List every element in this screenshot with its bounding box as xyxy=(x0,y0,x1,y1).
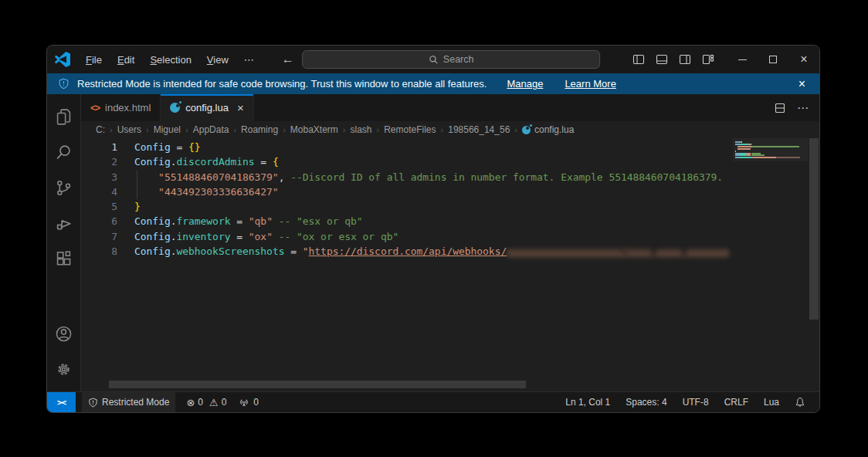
breadcrumb-separator-icon: › xyxy=(513,125,519,134)
minimap-line xyxy=(735,141,742,143)
toggle-panel-icon[interactable] xyxy=(656,53,668,66)
command-center-search[interactable]: Search xyxy=(302,50,600,69)
breadcrumb-separator-icon: › xyxy=(232,125,238,134)
remote-indicator[interactable]: >< xyxy=(47,392,76,412)
minimap-line xyxy=(735,157,800,158)
line-number[interactable]: 1 xyxy=(81,140,117,154)
breadcrumb-item[interactable]: Users xyxy=(116,124,143,135)
tab-bar: <>index.htmlconfig.lua× ⋯ xyxy=(81,94,819,121)
menu-view[interactable]: View xyxy=(201,52,235,68)
breadcrumb-item[interactable]: Miguel xyxy=(152,124,182,135)
code-line[interactable]: 1Config = {} xyxy=(81,140,733,154)
shield-status-icon xyxy=(88,398,98,408)
code-line[interactable]: 8Config.webhookScreenshots = "https://di… xyxy=(81,244,733,259)
code-line[interactable]: 6Config.framework = "qb" -- "esx or qb" xyxy=(81,214,733,228)
breadcrumb-separator-icon: › xyxy=(341,125,348,134)
breadcrumb-item[interactable]: Roaming xyxy=(239,124,280,135)
explorer-icon[interactable] xyxy=(47,99,81,134)
line-number[interactable]: 5 xyxy=(81,199,117,214)
language-mode-status[interactable]: Lua xyxy=(756,392,787,412)
learn-more-link[interactable]: Learn More xyxy=(565,78,615,90)
restricted-mode-banner: Restricted Mode is intended for safe cod… xyxy=(47,73,819,94)
workspace-trust-shield-icon xyxy=(58,78,70,90)
line-number[interactable]: 8 xyxy=(81,244,117,259)
source-control-icon[interactable] xyxy=(47,170,81,205)
menu-selection[interactable]: Selection xyxy=(144,52,197,68)
breadcrumb-item[interactable]: RemoteFiles xyxy=(382,124,437,135)
menu-edit[interactable]: Edit xyxy=(111,52,141,68)
code-line[interactable]: 7Config.inventory = "ox" -- "ox or esx o… xyxy=(81,229,733,244)
search-sidebar-icon[interactable] xyxy=(47,134,81,170)
problems-status[interactable]: ⊗ 0 ⚠ 0 xyxy=(180,392,232,412)
split-editor-icon[interactable] xyxy=(774,102,786,114)
vscode-logo-icon xyxy=(55,52,70,67)
notifications-bell[interactable] xyxy=(787,392,813,412)
line-content: Config.webhookScreenshots = "https://dis… xyxy=(117,244,729,259)
minimize-button[interactable] xyxy=(727,46,758,73)
tab-index.html[interactable]: <>index.html xyxy=(81,94,161,121)
extensions-icon[interactable] xyxy=(47,241,81,276)
banner-close-icon[interactable]: × xyxy=(794,77,810,91)
manage-link[interactable]: Manage xyxy=(507,78,543,90)
minimize-icon xyxy=(738,59,747,60)
toggle-sidebar-icon[interactable] xyxy=(632,53,645,66)
line-content: "443492303336636427" xyxy=(117,184,279,199)
code-line[interactable]: 5} xyxy=(81,199,733,214)
code-line[interactable]: 3 "551488460704186379", --Discord ID of … xyxy=(81,170,733,184)
toggle-secondary-sidebar-icon[interactable] xyxy=(679,53,691,66)
line-number[interactable]: 7 xyxy=(81,229,117,244)
vertical-scrollbar[interactable] xyxy=(809,138,819,391)
breadcrumb-separator-icon: › xyxy=(375,125,381,134)
line-number[interactable]: 2 xyxy=(81,154,117,169)
restricted-mode-status[interactable]: Restricted Mode xyxy=(82,392,175,412)
breadcrumb-separator-icon: › xyxy=(439,125,446,134)
code-line[interactable]: 4 "443492303336636427" xyxy=(81,184,733,199)
titlebar-controls: × xyxy=(632,46,819,73)
maximize-icon xyxy=(769,56,777,63)
line-number[interactable]: 4 xyxy=(81,184,117,199)
breadcrumb-separator-icon: › xyxy=(144,125,151,134)
code-line[interactable]: 2Config.discordAdmins = { xyxy=(81,154,733,169)
settings-gear-icon[interactable] xyxy=(47,351,81,387)
editor-more-actions-icon[interactable]: ⋯ xyxy=(797,102,809,113)
tab-close-icon[interactable]: × xyxy=(237,102,244,113)
breadcrumb-item[interactable]: 198566_14_56 xyxy=(446,124,511,135)
minimap[interactable] xyxy=(733,138,809,391)
run-debug-icon[interactable] xyxy=(47,205,81,241)
search-placeholder: Search xyxy=(443,54,474,65)
encoding-status[interactable]: UTF-8 xyxy=(675,392,717,412)
back-arrow-icon[interactable]: ← xyxy=(282,52,294,66)
vertical-scrollbar-thumb[interactable] xyxy=(809,138,819,320)
tab-config.lua[interactable]: config.lua× xyxy=(161,94,253,121)
code-lines[interactable]: 1Config = {}2Config.discordAdmins = {3 "… xyxy=(81,138,733,391)
customize-layout-icon[interactable] xyxy=(702,53,714,66)
breadcrumb-item[interactable]: config.lua xyxy=(520,124,575,135)
breadcrumb-item[interactable]: C: xyxy=(94,124,107,135)
ports-count: 0 xyxy=(253,397,259,408)
breadcrumb-item[interactable]: MobaXterm xyxy=(289,124,340,135)
minimap-line xyxy=(735,154,765,156)
breadcrumb-item[interactable]: AppData xyxy=(192,124,231,135)
menu-more-button[interactable]: ⋯ xyxy=(238,52,260,68)
window-close-button[interactable]: × xyxy=(788,46,819,73)
ports-status[interactable]: 0 xyxy=(232,392,265,412)
activity-bar xyxy=(47,94,81,391)
line-content: Config = {} xyxy=(117,140,201,154)
tab-label: index.html xyxy=(105,102,151,113)
eol-status[interactable]: CRLF xyxy=(717,392,756,412)
cursor-position-status[interactable]: Ln 1, Col 1 xyxy=(558,392,618,412)
line-number[interactable]: 6 xyxy=(81,214,117,228)
lua-file-icon xyxy=(170,103,180,113)
warnings-count: 0 xyxy=(222,397,227,408)
line-content: Config.discordAdmins = { xyxy=(117,154,279,169)
warnings-icon: ⚠ xyxy=(209,398,219,408)
errors-icon: ⊗ xyxy=(186,398,195,408)
breadcrumb-item[interactable]: slash xyxy=(349,124,374,135)
indentation-status[interactable]: Spaces: 4 xyxy=(618,392,674,412)
horizontal-scrollbar-thumb[interactable] xyxy=(109,381,526,388)
line-number[interactable]: 3 xyxy=(81,170,117,184)
editor-pane[interactable]: 1Config = {}2Config.discordAdmins = {3 "… xyxy=(81,138,819,391)
accounts-icon[interactable] xyxy=(47,316,81,351)
maximize-button[interactable] xyxy=(758,46,788,73)
menu-file[interactable]: File xyxy=(80,52,108,68)
